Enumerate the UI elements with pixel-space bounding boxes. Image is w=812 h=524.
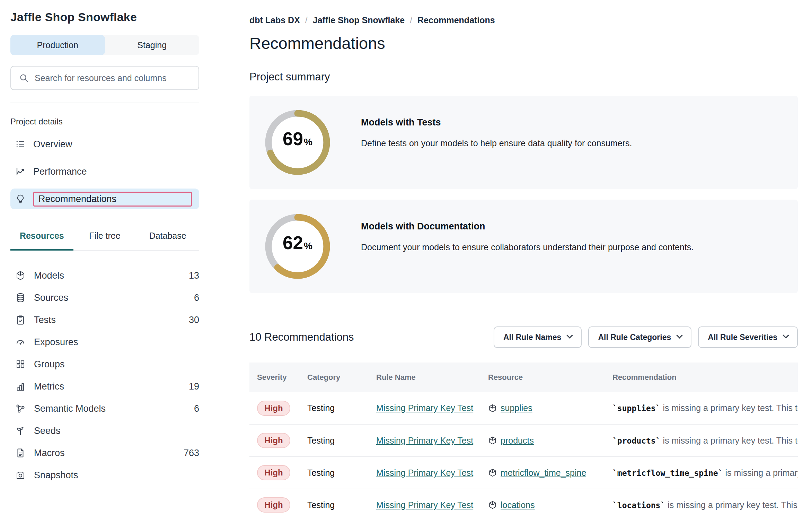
sidebar-item-snapshots[interactable]: Snapshots	[10, 464, 199, 486]
list-icon	[15, 139, 26, 149]
table-row: High Testing Missing Primary Key Test me…	[249, 456, 798, 489]
breadcrumb-account[interactable]: dbt Labs DX	[249, 15, 300, 25]
chevron-down-icon	[783, 332, 789, 338]
resource-link[interactable]: supplies	[501, 403, 532, 413]
app-window: Jaffle Shop Snowflake Production Staging…	[0, 0, 812, 524]
sidebar-item-performance[interactable]: Performance	[10, 161, 199, 182]
sidebar-item-overview[interactable]: Overview	[10, 134, 199, 155]
resource-link[interactable]: metricflow_time_spine	[501, 468, 586, 478]
database-icon	[15, 292, 26, 303]
card-description: Define tests on your models to help ensu…	[361, 138, 632, 148]
resource-link[interactable]: products	[501, 436, 534, 446]
sidebar-item-recommendations[interactable]: Recommendations	[10, 189, 199, 209]
lightbulb-icon	[15, 194, 26, 204]
breadcrumb-separator: /	[410, 15, 412, 25]
resource-label: Seeds	[34, 426, 191, 436]
sidebar-item-models[interactable]: Models 13	[10, 264, 199, 287]
project-nav: Overview Performance Recommendations	[10, 134, 199, 209]
chart-icon	[15, 166, 26, 177]
sidebar-item-groups[interactable]: Groups	[10, 353, 199, 375]
column-header-category: Category	[307, 373, 376, 382]
tests-donut-chart: 69 %	[265, 110, 330, 175]
table-row: High Testing Missing Primary Key Test lo…	[249, 489, 798, 521]
severity-badge: High	[257, 497, 290, 513]
sidebar-item-label: Performance	[33, 166, 87, 177]
rule-categories-filter-dropdown[interactable]: All Rule Categories	[588, 326, 691, 348]
recommendations-heading: 10 Recommendations	[249, 331, 494, 343]
resource-label: Semantic Models	[34, 403, 186, 414]
card-text: Models with Documentation Document your …	[361, 221, 694, 272]
cube-icon	[488, 436, 497, 445]
card-title: Models with Documentation	[361, 221, 694, 232]
donut-percent-label: 62 %	[265, 213, 330, 279]
project-details-label: Project details	[10, 117, 199, 126]
table-row: High Testing Missing Primary Key Test pr…	[249, 424, 798, 456]
resource-count: 6	[194, 403, 199, 414]
recommendation-cell: `metricflow_time_spine` is missing a pri…	[612, 468, 798, 478]
category-cell: Testing	[307, 500, 376, 510]
tab-resources[interactable]: Resources	[10, 231, 73, 251]
tab-staging[interactable]: Staging	[105, 35, 200, 55]
rule-name-link[interactable]: Missing Primary Key Test	[376, 468, 473, 478]
resource-label: Models	[34, 270, 180, 281]
sidebar-item-macros[interactable]: Macros 763	[10, 442, 199, 464]
sidebar-item-sources[interactable]: Sources 6	[10, 287, 199, 309]
cube-icon	[488, 500, 497, 509]
bar-chart-icon	[15, 381, 26, 392]
rule-name-link[interactable]: Missing Primary Key Test	[376, 436, 473, 445]
category-cell: Testing	[307, 403, 376, 413]
sidebar-item-label-highlighted: Recommendations	[33, 192, 192, 207]
recommendations-header-row: 10 Recommendations All Rule Names All Ru…	[249, 326, 798, 348]
resource-link[interactable]: locations	[501, 500, 535, 510]
resource-label: Groups	[34, 359, 191, 370]
search-box[interactable]	[10, 66, 199, 90]
resource-label: Macros	[34, 448, 175, 458]
resource-label: Snapshots	[34, 470, 191, 481]
column-header-severity: Severity	[257, 373, 307, 382]
sidebar-item-semantic-models[interactable]: Semantic Models 6	[10, 398, 199, 420]
category-cell: Testing	[307, 468, 376, 478]
rule-severities-filter-dropdown[interactable]: All Rule Severities	[698, 326, 798, 348]
camera-icon	[15, 470, 26, 480]
documentation-donut-chart: 62 %	[265, 213, 330, 279]
search-input[interactable]	[35, 73, 191, 83]
rule-name-link[interactable]: Missing Primary Key Test	[376, 500, 473, 510]
project-summary-heading: Project summary	[249, 71, 798, 83]
resource-tab-bar: Resources File tree Database	[10, 231, 199, 251]
severity-badge: High	[257, 465, 290, 480]
recommendation-cell: `products` is missing a primary key test…	[612, 436, 798, 446]
resource-count: 30	[189, 315, 199, 325]
sidebar-item-tests[interactable]: Tests 30	[10, 309, 199, 331]
environment-toggle: Production Staging	[10, 35, 199, 55]
severity-badge: High	[257, 433, 290, 448]
rule-names-filter-dropdown[interactable]: All Rule Names	[494, 326, 582, 348]
cube-icon	[15, 270, 26, 281]
tab-database[interactable]: Database	[136, 231, 199, 251]
recommendations-table: Severity Category Rule Name Resource Rec…	[249, 363, 798, 521]
project-title: Jaffle Shop Snowflake	[10, 10, 199, 24]
summary-card-tests: 69 % Models with Tests Define tests on y…	[249, 96, 798, 189]
column-header-rule-name: Rule Name	[376, 373, 488, 382]
tab-file-tree[interactable]: File tree	[73, 231, 136, 251]
resource-count: 6	[194, 292, 199, 303]
resource-count: 13	[189, 270, 199, 281]
sidebar-item-label: Overview	[33, 139, 72, 150]
severity-badge: High	[257, 401, 290, 416]
recommendation-cell: `locations` is missing a primary key tes…	[612, 500, 798, 510]
grid-icon	[15, 359, 26, 369]
sidebar-item-seeds[interactable]: Seeds	[10, 420, 199, 442]
breadcrumb-project[interactable]: Jaffle Shop Snowflake	[313, 15, 405, 25]
sidebar-item-exposures[interactable]: Exposures	[10, 331, 199, 353]
summary-card-documentation: 62 % Models with Documentation Document …	[249, 200, 798, 293]
network-icon	[15, 403, 26, 414]
donut-percent-label: 69 %	[265, 110, 330, 175]
filter-bar: All Rule Names All Rule Categories All R…	[494, 326, 798, 348]
clipboard-check-icon	[15, 315, 26, 325]
cube-icon	[488, 404, 497, 413]
resource-list: Models 13 Sources 6 Tests 30 Exposures G…	[10, 264, 199, 486]
tab-production[interactable]: Production	[10, 35, 105, 55]
resource-label: Exposures	[34, 337, 191, 348]
sidebar-item-metrics[interactable]: Metrics 19	[10, 375, 199, 398]
cube-icon	[488, 468, 497, 477]
rule-name-link[interactable]: Missing Primary Key Test	[376, 403, 473, 413]
